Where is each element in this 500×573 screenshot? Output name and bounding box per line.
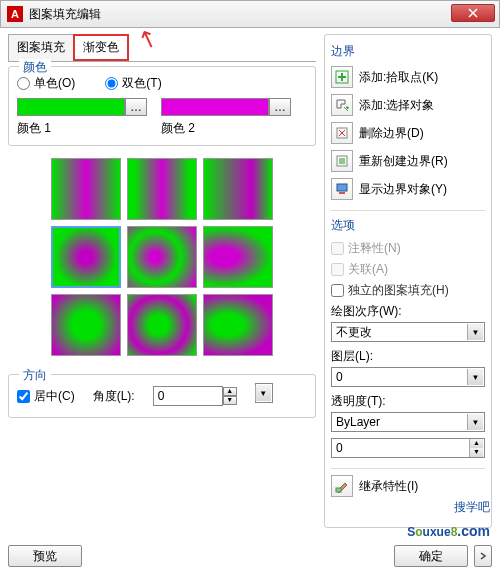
- spin-up-icon[interactable]: ▲: [469, 439, 483, 448]
- group-direction: 方向 居中(C) 角度(L): ▲ ▼ ▼: [8, 374, 316, 418]
- add-select-icon: [331, 94, 353, 116]
- independent-checkbox[interactable]: 独立的图案填充(H): [331, 282, 485, 299]
- layer-combo[interactable]: 0▼: [331, 367, 485, 387]
- recreate-boundary-icon: [331, 150, 353, 172]
- radio-double-input[interactable]: [105, 77, 118, 90]
- gradient-6[interactable]: [203, 226, 273, 288]
- gradient-2[interactable]: [127, 158, 197, 220]
- svg-rect-5: [339, 192, 345, 194]
- color1-label: 颜色 1: [17, 120, 147, 137]
- annotative-checkbox[interactable]: 注释性(N): [331, 240, 485, 257]
- gradient-5[interactable]: [127, 226, 197, 288]
- boundary-title: 边界: [331, 43, 485, 60]
- chevron-down-icon: ▼: [255, 385, 271, 401]
- group-color: 颜色 单色(O) 双色(T) … …: [8, 66, 316, 146]
- tab-hatch[interactable]: 图案填充: [8, 34, 74, 61]
- angle-input[interactable]: [153, 386, 223, 406]
- center-checkbox[interactable]: 居中(C): [17, 388, 75, 405]
- titlebar: A 图案填充编辑: [0, 0, 500, 28]
- app-icon: A: [7, 6, 23, 22]
- draw-order-combo[interactable]: 不更改▼: [331, 322, 485, 342]
- show-boundary-button[interactable]: 显示边界对象(Y): [331, 178, 485, 200]
- svg-rect-3: [339, 158, 345, 164]
- color1-picker-button[interactable]: …: [125, 98, 147, 116]
- color2-picker-button[interactable]: …: [269, 98, 291, 116]
- tabs: 图案填充 渐变色 ↘: [8, 34, 316, 62]
- watermark: 搜学吧 Souxue8.com: [407, 501, 490, 541]
- inherit-properties-button[interactable]: 继承特性(I): [331, 475, 485, 497]
- color2-swatch[interactable]: [161, 98, 269, 116]
- chevron-right-icon: [479, 552, 487, 560]
- radio-double-color[interactable]: 双色(T): [105, 75, 161, 92]
- add-pick-button[interactable]: 添加:拾取点(K): [331, 66, 485, 88]
- angle-dropdown[interactable]: ▼: [255, 383, 273, 403]
- gradient-8[interactable]: [127, 294, 197, 356]
- svg-rect-6: [336, 488, 341, 492]
- transparency-slider[interactable]: 0▲▼: [331, 438, 485, 458]
- layer-label: 图层(L):: [331, 348, 485, 365]
- group-direction-title: 方向: [19, 367, 51, 384]
- recreate-boundary-button[interactable]: 重新创建边界(R): [331, 150, 485, 172]
- radio-single-input[interactable]: [17, 77, 30, 90]
- window-title: 图案填充编辑: [29, 6, 101, 23]
- ok-button[interactable]: 确定: [394, 545, 468, 567]
- chevron-down-icon: ▼: [467, 369, 483, 385]
- angle-label: 角度(L):: [93, 388, 135, 405]
- svg-rect-4: [337, 184, 347, 191]
- draw-order-label: 绘图次序(W):: [331, 303, 485, 320]
- expand-button[interactable]: [474, 545, 492, 567]
- annotation-arrow-icon: ↘: [134, 23, 162, 56]
- add-pick-icon: [331, 66, 353, 88]
- spin-down-icon[interactable]: ▼: [469, 448, 483, 457]
- gradient-3[interactable]: [203, 158, 273, 220]
- transparency-label: 透明度(T):: [331, 393, 485, 410]
- center-checkbox-input[interactable]: [17, 390, 30, 403]
- gradient-4[interactable]: [51, 226, 121, 288]
- angle-down-button[interactable]: ▼: [223, 396, 237, 405]
- add-select-button[interactable]: 添加:选择对象: [331, 94, 485, 116]
- show-boundary-icon: [331, 178, 353, 200]
- transparency-combo[interactable]: ByLayer▼: [331, 412, 485, 432]
- close-button[interactable]: [451, 4, 495, 22]
- group-color-title: 颜色: [19, 59, 51, 76]
- gradient-grid: [8, 158, 316, 356]
- gradient-7[interactable]: [51, 294, 121, 356]
- tab-gradient[interactable]: 渐变色: [73, 34, 129, 61]
- gradient-9[interactable]: [203, 294, 273, 356]
- options-title: 选项: [331, 217, 485, 234]
- gradient-1[interactable]: [51, 158, 121, 220]
- preview-button[interactable]: 预览: [8, 545, 82, 567]
- inherit-icon: [331, 475, 353, 497]
- delete-boundary-button[interactable]: 删除边界(D): [331, 122, 485, 144]
- color2-label: 颜色 2: [161, 120, 291, 137]
- associative-checkbox[interactable]: 关联(A): [331, 261, 485, 278]
- chevron-down-icon: ▼: [467, 414, 483, 430]
- angle-up-button[interactable]: ▲: [223, 387, 237, 396]
- radio-single-color[interactable]: 单色(O): [17, 75, 75, 92]
- close-icon: [468, 8, 478, 18]
- chevron-down-icon: ▼: [467, 324, 483, 340]
- delete-boundary-icon: [331, 122, 353, 144]
- color1-swatch[interactable]: [17, 98, 125, 116]
